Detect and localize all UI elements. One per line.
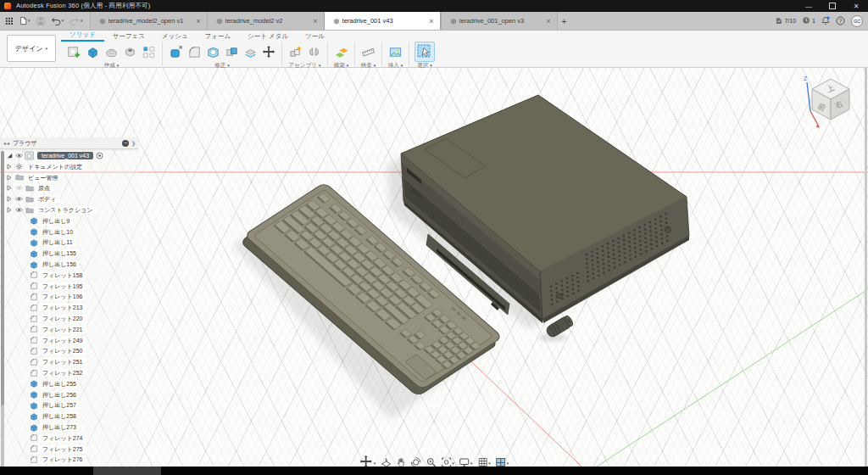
- document-tab[interactable]: teradrive_001_open v3×: [441, 12, 558, 30]
- panel-options-icon[interactable]: −: [122, 140, 129, 147]
- combine-button[interactable]: [224, 44, 240, 60]
- browser-feature-row[interactable]: 押し出し156: [5, 259, 138, 270]
- browser-feature-row[interactable]: 押し出し258: [5, 411, 138, 422]
- browser-feature-row[interactable]: フィレット276: [5, 455, 138, 466]
- undo-button[interactable]: ▾: [51, 14, 64, 29]
- browser-feature-row[interactable]: フィレット252: [5, 367, 138, 378]
- ribbon-tab-active[interactable]: ソリッド: [61, 31, 104, 42]
- measure-button[interactable]: [360, 44, 376, 60]
- shell-button[interactable]: [205, 44, 221, 60]
- document-tab[interactable]: teradrive_model2_open v1×: [90, 12, 207, 30]
- press-pull-button[interactable]: [168, 44, 184, 60]
- rectangular-pattern-button[interactable]: [141, 44, 157, 60]
- feature-label: フィレット250: [39, 347, 86, 355]
- browser-header[interactable]: ◄◄ ブラウザ − ❯: [0, 137, 138, 149]
- ribbon-tab-item[interactable]: サーフェス: [104, 31, 153, 42]
- document-tab[interactable]: teradrive_001 v43×: [324, 12, 441, 30]
- new-tab-button[interactable]: +: [558, 12, 571, 30]
- ribbon-tab-item[interactable]: ツール: [297, 31, 333, 42]
- browser-feature-row[interactable]: フィレット274: [5, 433, 138, 444]
- browser-root-row[interactable]: teradrive_001 v43: [5, 149, 138, 161]
- tree-expand-icon[interactable]: [5, 153, 14, 159]
- redo-button[interactable]: ▾: [70, 14, 83, 29]
- chevron-right-icon[interactable]: ❯: [131, 140, 136, 146]
- browser-feature-row[interactable]: フィレット275: [5, 444, 138, 455]
- browser-feature-row[interactable]: フィレット196: [5, 292, 138, 303]
- move-button[interactable]: [261, 44, 276, 59]
- eye-icon[interactable]: [14, 153, 24, 159]
- eye-icon[interactable]: [14, 185, 24, 191]
- timer-count: 1: [812, 18, 815, 24]
- file-menu-button[interactable]: ▾: [19, 14, 31, 29]
- tree-collapse-icon[interactable]: [5, 207, 14, 213]
- construction-plane-button[interactable]: [333, 44, 349, 60]
- tree-collapse-icon[interactable]: [5, 185, 14, 191]
- feature-label: 押し出し9: [39, 217, 73, 225]
- browser-feature-row[interactable]: フィレット158: [5, 270, 138, 281]
- browser-feature-row[interactable]: 押し出し10: [5, 226, 138, 238]
- tree-collapse-icon[interactable]: [5, 175, 14, 181]
- activate-component-icon[interactable]: [96, 148, 103, 163]
- browser-feature-row[interactable]: フィレット221: [5, 324, 138, 335]
- ribbon-tab-item[interactable]: フォーム: [197, 31, 240, 42]
- ribbon-tab-item[interactable]: メッシュ: [153, 31, 197, 42]
- job-status-button[interactable]: 7/10: [775, 17, 796, 25]
- model-viewport[interactable]: Z 上 前 右 ◄◄ ブラウザ − ❯ teradrive_001 v43ドキュ…: [0, 68, 868, 467]
- extrude-button[interactable]: [85, 44, 101, 60]
- browser-folder-row[interactable]: ボディ: [5, 193, 138, 204]
- offset-face-button[interactable]: [242, 44, 259, 60]
- browser-folder-row[interactable]: ドキュメントの設定: [5, 161, 138, 172]
- browser-feature-row[interactable]: 押し出し255: [5, 378, 138, 389]
- close-icon[interactable]: ×: [310, 17, 320, 25]
- fillet-feature-icon: [28, 271, 39, 279]
- browser-feature-row[interactable]: フィレット250: [5, 346, 138, 357]
- help-button[interactable]: ?: [836, 16, 845, 26]
- revolve-button[interactable]: [103, 44, 120, 60]
- new-component-button[interactable]: [287, 44, 303, 60]
- eye-icon[interactable]: [14, 196, 24, 202]
- select-button[interactable]: [415, 42, 435, 62]
- extension-timer-button[interactable]: 1: [802, 16, 815, 25]
- browser-feature-row[interactable]: フィレット220: [5, 313, 138, 324]
- browser-feature-row[interactable]: フィレット213: [5, 302, 138, 313]
- ribbon-tab-item[interactable]: シート メタル: [239, 31, 297, 42]
- close-icon[interactable]: ×: [426, 17, 436, 25]
- notifications-button[interactable]: [821, 16, 830, 26]
- tree-collapse-icon[interactable]: [5, 196, 14, 202]
- restore-button[interactable]: [821, 0, 844, 12]
- close-button[interactable]: ✕: [844, 0, 868, 12]
- hole-button[interactable]: [122, 44, 138, 60]
- browser-feature-row[interactable]: 押し出し155: [5, 248, 138, 259]
- browser-feature-row[interactable]: フィレット249: [5, 335, 138, 346]
- browser-feature-row[interactable]: 押し出し257: [5, 400, 138, 411]
- browser-folder-row[interactable]: コンストラクション: [5, 204, 138, 215]
- minimize-button[interactable]: —: [797, 0, 821, 12]
- browser-feature-row[interactable]: フィレット195: [5, 281, 138, 292]
- browser-folder-row[interactable]: ビュー管理: [5, 172, 138, 183]
- close-icon[interactable]: ×: [543, 17, 553, 25]
- design-workspace-menu[interactable]: デザイン ▾: [7, 35, 56, 62]
- browser-feature-row[interactable]: フィレット251: [5, 356, 138, 367]
- browser-scrollbar[interactable]: [1, 151, 4, 475]
- browser-feature-row[interactable]: 押し出し256: [5, 389, 138, 400]
- browser-feature-row[interactable]: 押し出し273: [5, 422, 138, 433]
- collapse-icon[interactable]: ◄◄: [3, 141, 9, 146]
- user-avatar[interactable]: GC: [851, 15, 863, 27]
- feature-label: 押し出し257: [39, 401, 80, 409]
- document-tab[interactable]: teradrive_model2 v2×: [207, 12, 324, 30]
- taskbar-app-segment[interactable]: [93, 467, 161, 475]
- browser-feature-row[interactable]: 押し出し9: [5, 215, 138, 226]
- save-button[interactable]: [36, 14, 45, 29]
- browser-folder-row[interactable]: 原点: [5, 183, 138, 194]
- close-icon[interactable]: ×: [193, 17, 203, 25]
- joint-button[interactable]: [306, 44, 322, 60]
- insert-image-button[interactable]: [387, 44, 403, 60]
- viewcube[interactable]: Z 上 前 右: [800, 70, 861, 131]
- fillet-button[interactable]: [186, 44, 203, 60]
- tree-collapse-icon[interactable]: [5, 164, 14, 170]
- browser-feature-row[interactable]: 押し出し11: [5, 238, 138, 249]
- feature-label: フィレット275: [39, 445, 86, 453]
- create-sketch-button[interactable]: [66, 44, 82, 60]
- eye-icon[interactable]: [14, 207, 24, 213]
- app-launcher-button[interactable]: [5, 14, 14, 29]
